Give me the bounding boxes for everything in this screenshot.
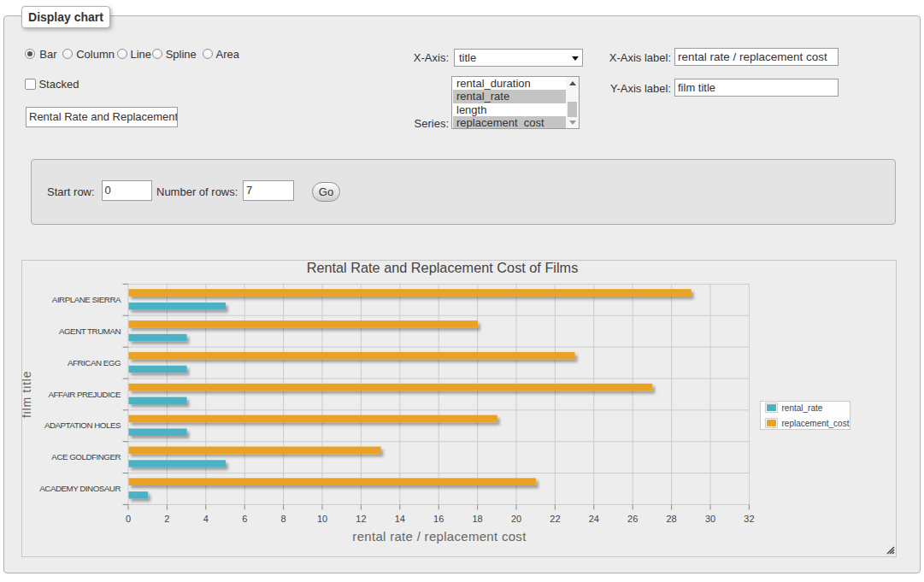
svg-text:10: 10 xyxy=(317,514,327,524)
svg-text:28: 28 xyxy=(666,514,676,524)
svg-text:30: 30 xyxy=(705,514,715,524)
svg-text:0: 0 xyxy=(126,514,131,524)
svg-text:24: 24 xyxy=(589,514,599,524)
svg-text:32: 32 xyxy=(744,514,754,524)
svg-text:2: 2 xyxy=(164,514,169,524)
svg-text:16: 16 xyxy=(433,514,444,524)
svg-text:AGENT TRUMAN: AGENT TRUMAN xyxy=(59,326,121,336)
svg-text:film title: film title xyxy=(22,371,33,418)
svg-text:22: 22 xyxy=(550,514,560,524)
svg-text:AFFAIR PREJUDICE: AFFAIR PREJUDICE xyxy=(48,390,121,399)
svg-text:rental rate / replacement cost: rental rate / replacement cost xyxy=(352,529,527,544)
svg-text:26: 26 xyxy=(627,514,638,524)
svg-text:ACADEMY DINOSAUR: ACADEMY DINOSAUR xyxy=(39,484,121,493)
svg-text:14: 14 xyxy=(395,514,405,524)
svg-text:4: 4 xyxy=(203,514,209,524)
svg-text:12: 12 xyxy=(356,514,366,524)
svg-text:ADAPTATION HOLES: ADAPTATION HOLES xyxy=(44,420,121,430)
svg-text:6: 6 xyxy=(242,514,247,524)
svg-text:18: 18 xyxy=(472,514,482,524)
svg-text:20: 20 xyxy=(511,514,521,524)
svg-text:AFRICAN EGG: AFRICAN EGG xyxy=(68,358,121,367)
svg-text:ACE GOLDFINGER: ACE GOLDFINGER xyxy=(51,452,121,461)
svg-text:AIRPLANE SIERRA: AIRPLANE SIERRA xyxy=(52,295,121,304)
svg-text:8: 8 xyxy=(281,514,286,524)
